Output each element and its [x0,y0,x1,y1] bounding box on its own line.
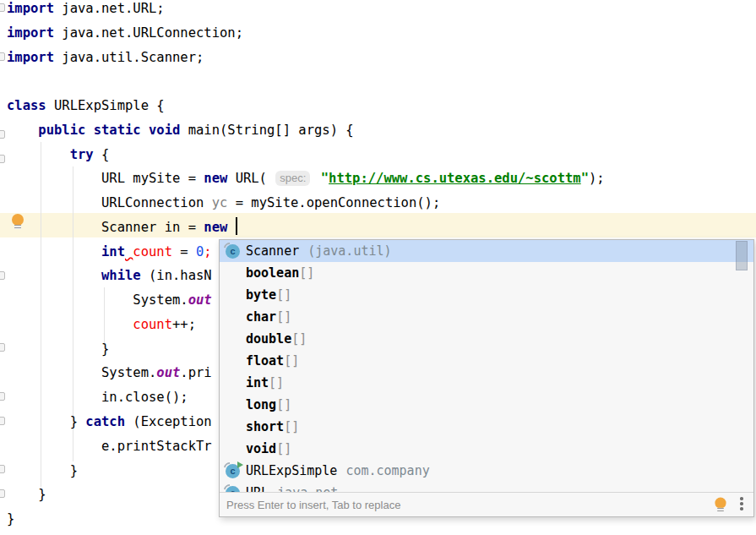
fold-marker-icon[interactable] [0,392,5,401]
code-line[interactable]: import java.util.Scanner; [7,46,605,70]
code-line[interactable]: URL mySite = new URL( spec: "http://www.… [7,167,605,191]
fold-marker-icon[interactable] [0,489,5,498]
text-caret [236,217,237,235]
fold-marker-icon[interactable] [0,155,5,163]
completion-item[interactable]: boolean[] [220,262,753,284]
completion-item-name: Scanner [246,243,299,259]
fold-marker-icon[interactable] [0,271,5,280]
code-line[interactable]: URLConnection yc = mySite.openConnection… [7,191,605,216]
completion-item-suffix: [] [276,397,291,412]
parameter-hint-chip: spec: [275,171,310,186]
completion-item-suffix: [] [284,353,299,368]
completion-item-name: URL [246,485,269,492]
code-line[interactable]: public static void main(String[] args) { [7,118,605,143]
completion-item-suffix: [] [276,309,291,325]
completion-item-suffix: [] [269,375,284,390]
icon-spacer [226,310,240,325]
completion-item-name: byte [246,287,276,303]
icon-spacer [226,376,240,390]
completion-item-package: java.net [277,485,338,492]
fold-marker-icon[interactable] [0,52,5,61]
class-icon: c [226,244,240,259]
completion-item-name: void [246,441,276,456]
completion-item-suffix: [] [276,287,291,303]
completion-item-suffix: [] [276,441,291,456]
class-icon: c [226,486,240,493]
completion-item[interactable]: cURLjava.net [220,482,753,492]
completion-list[interactable]: cScanner(java.util)boolean[]byte[]char[]… [220,240,753,492]
runnable-class-icon: c [226,464,240,478]
icon-spacer [226,420,240,434]
fold-marker-icon[interactable] [0,130,5,139]
popup-scrollbar-thumb[interactable] [736,241,748,270]
completion-item-suffix: [] [284,419,299,434]
intention-bulb-icon[interactable] [12,214,25,231]
completion-item-suffix: [] [291,331,307,347]
completion-item-name: float [246,353,284,368]
icon-spacer [226,442,240,456]
code-line[interactable]: try { [7,143,605,167]
fold-marker-icon[interactable] [0,343,5,352]
completion-item[interactable]: cScanner(java.util) [220,240,753,262]
icon-spacer [226,266,240,281]
completion-item[interactable]: char[] [220,306,753,328]
completion-item-suffix: [] [299,265,314,281]
completion-item-name: URLExpSimple [246,463,337,478]
completion-footer-hint: Press Enter to insert, Tab to replace [220,499,715,511]
completion-item-name: boolean [246,265,299,281]
completion-item[interactable]: int[] [220,372,753,394]
code-line[interactable]: import java.net.URL; [7,0,605,21]
completion-popup[interactable]: cScanner(java.util)boolean[]byte[]char[]… [219,239,754,517]
icon-spacer [226,398,240,412]
kebab-menu-icon[interactable] [740,497,743,512]
completion-item-name: short [246,419,284,434]
bulb-icon[interactable] [715,497,726,511]
completion-item[interactable]: void[] [220,438,753,460]
icon-spacer [226,354,240,368]
completion-item[interactable]: cURLExpSimplecom.company [220,460,753,482]
fold-marker-icon[interactable] [0,465,5,473]
completion-footer: Press Enter to insert, Tab to replace [220,492,753,516]
completion-item[interactable]: short[] [220,416,753,438]
completion-item-package: com.company [345,463,429,478]
code-line[interactable]: Scanner in = new [7,216,605,240]
code-line[interactable]: class URLExpSimple { [7,94,605,118]
fold-marker-icon[interactable] [0,3,5,12]
completion-item[interactable]: float[] [220,350,753,372]
code-line[interactable]: import java.net.URLConnection; [7,21,605,46]
completion-item-name: int [246,375,269,390]
fold-marker-icon[interactable] [0,417,5,425]
completion-item[interactable]: long[] [220,394,753,416]
code-line[interactable] [7,69,605,94]
completion-item-name: double [246,331,291,347]
completion-item-name: char [246,309,276,325]
icon-spacer [226,332,240,347]
completion-item[interactable]: double[] [220,328,753,350]
completion-item-package: (java.util) [307,243,391,259]
completion-item[interactable]: byte[] [220,284,753,306]
icon-spacer [226,288,240,303]
completion-item-name: long [246,397,276,412]
